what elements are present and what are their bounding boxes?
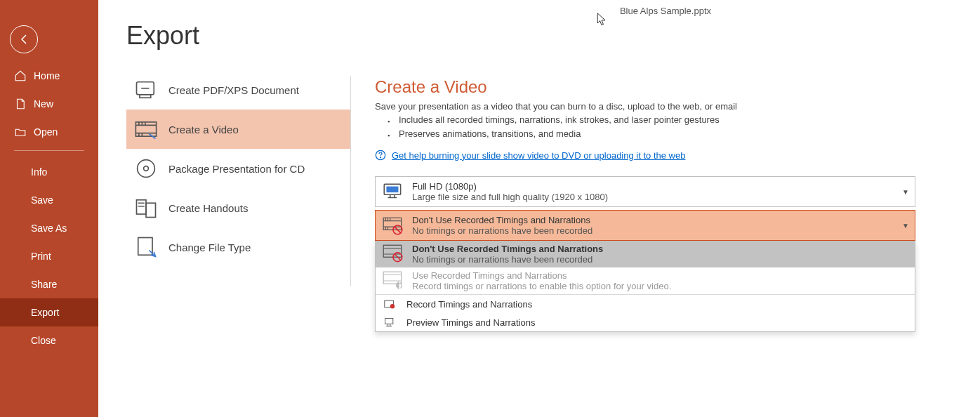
change-file-type-icon [133, 234, 159, 260]
feature-bullets: Includes all recorded timings, narration… [388, 113, 980, 141]
open-icon [14, 126, 27, 138]
sidebar-label: Home [34, 70, 60, 81]
document-title: Blue Alps Sample.pptx [351, 6, 980, 16]
quality-title: Full HD (1080p) [412, 181, 902, 192]
option-title: Use Recorded Timings and Narrations [412, 270, 909, 281]
export-option-handouts[interactable]: Create Handouts [126, 188, 350, 227]
handouts-icon [133, 195, 159, 220]
dropdown-caret-icon: ▼ [902, 222, 909, 230]
svg-point-9 [380, 157, 380, 158]
timings-option-dont-use[interactable]: Don't Use Recorded Timings and Narration… [376, 241, 915, 267]
new-icon [14, 98, 27, 110]
timings-title: Don't Use Recorded Timings and Narration… [412, 215, 902, 225]
export-option-label: Create Handouts [168, 202, 248, 214]
sidebar-label: Export [31, 307, 59, 318]
bullet-item: Includes all recorded timings, narration… [388, 113, 980, 127]
bullet-item: Preserves animations, transitions, and m… [388, 127, 980, 141]
page-title: Export [126, 21, 350, 51]
export-options-column: Export Create PDF/XPS Document Create a … [98, 0, 350, 417]
export-option-change-file-type[interactable]: Change File Type [126, 227, 350, 267]
sidebar-item-export[interactable]: Export [0, 298, 98, 326]
filmstrip-no-icon [381, 213, 405, 237]
help-icon [375, 150, 386, 161]
svg-rect-1 [140, 95, 151, 98]
sidebar-separator [14, 150, 84, 151]
sidebar-label: Info [31, 166, 47, 178]
svg-rect-7 [138, 238, 152, 256]
svg-point-4 [144, 166, 149, 171]
pdf-xps-icon [133, 77, 159, 102]
svg-rect-12 [383, 218, 402, 230]
sidebar-item-new[interactable]: New [0, 90, 98, 118]
home-icon [14, 70, 27, 82]
sidebar-item-close[interactable]: Close [0, 326, 98, 355]
sidebar-item-open[interactable]: Open [0, 118, 98, 146]
back-button[interactable] [10, 25, 38, 53]
sidebar-label: Open [34, 126, 58, 138]
filmstrip-no-icon [381, 244, 405, 264]
option-title: Don't Use Recorded Timings and Narration… [412, 244, 909, 254]
sidebar-item-home[interactable]: Home [0, 62, 98, 90]
help-link[interactable]: Get help burning your slide show video t… [392, 150, 685, 161]
export-option-label: Change File Type [168, 241, 251, 253]
sidebar-label: Print [31, 251, 51, 262]
sidebar-item-info[interactable]: Info [0, 158, 98, 186]
svg-rect-5 [137, 200, 147, 214]
timings-subtitle: No timings or narrations have been recor… [412, 225, 902, 236]
svg-rect-6 [146, 203, 156, 217]
action-label: Preview Timings and Narrations [406, 317, 536, 328]
timings-dropdown-popup: Don't Use Recorded Timings and Narration… [375, 241, 915, 332]
sidebar-item-print[interactable]: Print [0, 242, 98, 270]
action-label: Record Timings and Narrations [406, 299, 532, 310]
option-subtitle: No timings or narrations have been recor… [412, 254, 909, 265]
preview-timings-action[interactable]: Preview Timings and Narrations [376, 313, 915, 331]
quality-subtitle: Large file size and full high quality (1… [412, 192, 902, 202]
option-subtitle: Record timings or narrations to enable t… [412, 281, 909, 291]
svg-rect-14 [383, 245, 402, 257]
monitor-icon [381, 180, 405, 204]
backstage-sidebar: Home New Open Info Save Save As Print Sh… [0, 0, 98, 417]
svg-rect-19 [385, 318, 393, 324]
sidebar-label: New [34, 98, 53, 110]
sidebar-item-share[interactable]: Share [0, 270, 98, 298]
export-option-label: Package Presentation for CD [168, 163, 305, 175]
sidebar-item-save-as[interactable]: Save As [0, 214, 98, 242]
filmstrip-audio-icon [381, 271, 405, 291]
video-icon [133, 117, 159, 142]
preview-icon [381, 317, 398, 327]
sidebar-item-save[interactable]: Save [0, 186, 98, 214]
dropdown-caret-icon: ▼ [902, 188, 909, 196]
svg-rect-11 [386, 187, 398, 193]
export-option-pdf-xps[interactable]: Create PDF/XPS Document [126, 70, 350, 110]
quality-dropdown[interactable]: Full HD (1080p) Large file size and full… [375, 176, 915, 207]
timings-dropdown[interactable]: Don't Use Recorded Timings and Narration… [375, 210, 915, 241]
export-option-package-cd[interactable]: Package Presentation for CD [126, 149, 350, 188]
sidebar-label: Save As [31, 223, 67, 234]
sidebar-label: Share [31, 279, 57, 290]
svg-point-18 [390, 304, 395, 308]
cd-icon [133, 156, 159, 181]
section-description: Save your presentation as a video that y… [375, 101, 980, 112]
section-heading: Create a Video [375, 77, 980, 97]
record-icon [381, 299, 398, 309]
record-timings-action[interactable]: Record Timings and Narrations [376, 295, 915, 313]
export-option-label: Create a Video [168, 124, 239, 135]
main-panel: Blue Alps Sample.pptx Create a Video Sav… [351, 0, 980, 417]
sidebar-label: Save [31, 194, 53, 206]
back-arrow-icon [18, 33, 30, 46]
export-option-create-video[interactable]: Create a Video [126, 110, 350, 149]
sidebar-label: Close [31, 335, 56, 346]
export-option-label: Create PDF/XPS Document [168, 84, 299, 96]
svg-point-3 [138, 160, 155, 178]
timings-option-use: Use Recorded Timings and Narrations Reco… [376, 267, 915, 294]
